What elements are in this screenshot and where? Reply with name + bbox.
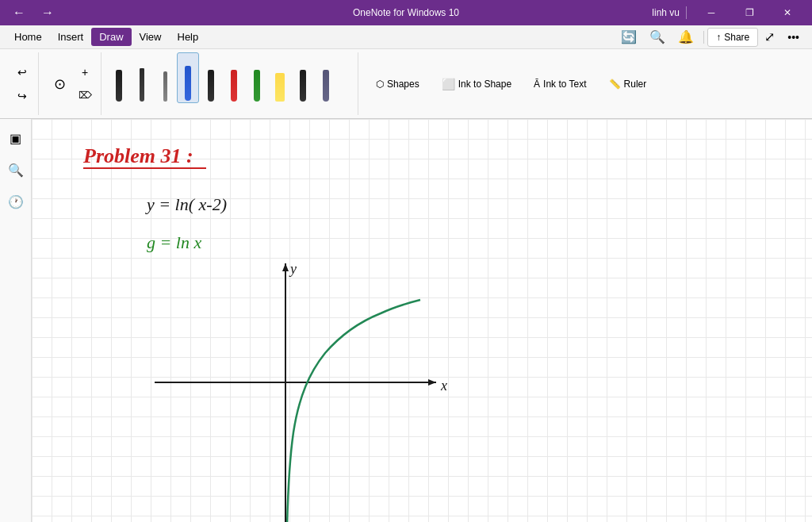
x-label: x (440, 378, 447, 393)
undo-redo-group: ↩ ↪ (6, 52, 39, 115)
ink-to-text-button[interactable]: Ā Ink to Text (526, 74, 595, 94)
shapes-icon: ⬡ (376, 79, 384, 90)
menu-draw[interactable]: Draw (91, 28, 131, 46)
shapes-button[interactable]: ⬡ Shapes (368, 74, 427, 94)
pen-dark[interactable] (292, 52, 314, 103)
equation1: y = ln( x-2) (145, 194, 227, 214)
expand-button[interactable]: ⤢ (758, 26, 781, 48)
add-space-button[interactable]: + (74, 61, 96, 83)
search-button[interactable]: 🔍 (643, 26, 672, 48)
back-button[interactable]: ← (6, 2, 32, 23)
user-name: linh vu (652, 7, 680, 18)
ink-to-shape-label: Ink to Shape (458, 79, 511, 90)
canvas-svg: Problem 31 : y = ln( x-2) g = ln x x y (32, 119, 812, 522)
ink-to-shape-icon: ⬜ (442, 78, 455, 90)
pen-black2[interactable] (200, 52, 222, 103)
menu-view[interactable]: View (132, 28, 170, 46)
draw-tools-group: ⬡ Shapes ⬜ Ink to Shape Ā Ink to Text 📏 … (362, 52, 661, 115)
ink-to-text-icon: Ā (534, 79, 540, 90)
tools-group: ⊙ + ⌦ (42, 52, 102, 115)
notification-button[interactable]: 🔔 (672, 26, 700, 48)
equation2: g = ln x (147, 232, 201, 252)
pen-black-ballpoint[interactable] (131, 52, 153, 103)
pen-tools-group: + (105, 52, 358, 115)
ruler-icon: 📏 (609, 79, 621, 90)
share-icon: ↑ (716, 32, 721, 43)
y-label: y (289, 261, 297, 277)
menu-bar: Home Insert Draw View Help 🔄 🔍 🔔 ↑ Share… (0, 25, 812, 49)
problem-title: Problem 31 : (82, 144, 193, 167)
close-button[interactable]: ✕ (769, 0, 806, 25)
title-separator (686, 6, 687, 19)
title-right: linh vu ─ ❐ ✕ (652, 0, 806, 25)
pen-yellow-highlighter[interactable] (269, 52, 291, 103)
svg-marker-4 (282, 263, 289, 271)
restore-button[interactable]: ❐ (731, 0, 768, 25)
lasso-icon: ⊙ (54, 75, 66, 93)
redo-button[interactable]: ↪ (11, 85, 33, 107)
share-label: Share (724, 32, 749, 43)
window-controls: ─ ❐ ✕ (693, 0, 806, 25)
sidebar-search-icon[interactable]: 🔍 (3, 157, 29, 182)
ribbon: ↩ ↪ ⊙ + ⌦ (0, 49, 812, 119)
window-title: OneNote for Windows 10 (353, 7, 459, 18)
canvas-area[interactable]: Problem 31 : y = ln( x-2) g = ln x x y (32, 119, 812, 522)
pen-black-felt[interactable] (108, 52, 130, 103)
menu-home[interactable]: Home (6, 28, 50, 46)
ink-to-text-label: Ink to Text (543, 79, 586, 90)
menu-insert[interactable]: Insert (50, 28, 92, 46)
pen-blue-selected[interactable] (177, 52, 199, 103)
sidebar-history-icon[interactable]: 🕐 (3, 189, 29, 214)
share-button[interactable]: ↑ Share (707, 28, 758, 47)
title-bar: ← → OneNote for Windows 10 linh vu ─ ❐ ✕ (0, 0, 812, 25)
lasso-button[interactable]: ⊙ (47, 56, 72, 113)
pen-red[interactable] (223, 52, 245, 103)
title-nav[interactable]: ← → (6, 2, 60, 23)
pen-navy[interactable] (315, 52, 337, 103)
shapes-label: Shapes (387, 79, 419, 90)
ruler-label: Ruler (624, 79, 647, 90)
sidebar-notebook-icon[interactable]: ▣ (3, 125, 29, 151)
menu-help[interactable]: Help (170, 28, 207, 46)
forward-button[interactable]: → (35, 2, 60, 23)
svg-marker-2 (428, 379, 436, 386)
pen-green[interactable] (246, 52, 268, 103)
ink-to-shape-button[interactable]: ⬜ Ink to Shape (434, 73, 519, 95)
minimize-button[interactable]: ─ (693, 0, 730, 25)
pen-pencil[interactable] (154, 52, 176, 103)
ruler-button[interactable]: 📏 Ruler (601, 74, 655, 94)
ln-curve (287, 300, 420, 522)
sync-button[interactable]: 🔄 (615, 26, 643, 48)
more-button[interactable]: ••• (781, 28, 806, 47)
sidebar: ▣ 🔍 🕐 (0, 119, 32, 522)
undo-button[interactable]: ↩ (11, 61, 33, 83)
eraser-button[interactable]: ⌦ (74, 84, 96, 106)
